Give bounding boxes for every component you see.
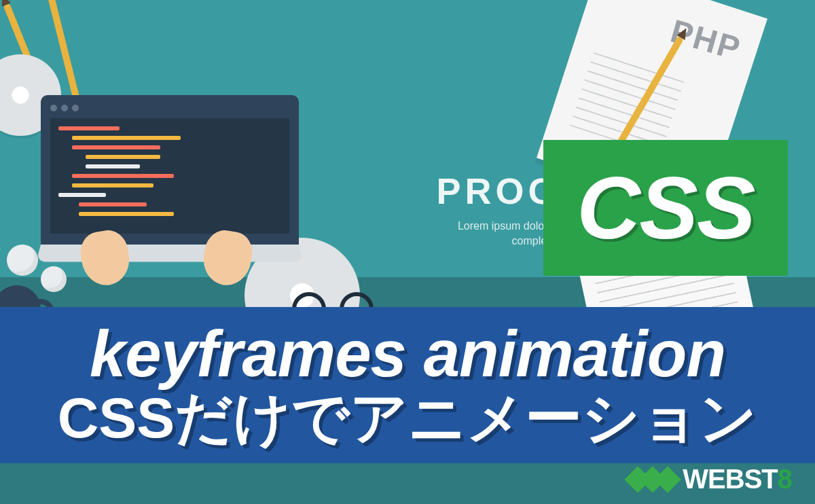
- css-badge: CSS: [543, 140, 788, 276]
- code-editor-illustration: [50, 118, 289, 234]
- logo-text: WEBST8: [683, 464, 792, 494]
- logo-text-number: 8: [778, 464, 792, 494]
- logo-text-main: WEBST: [683, 464, 777, 494]
- hero-scene: PHP: [0, 0, 815, 504]
- css-badge-text: CSS: [577, 157, 754, 259]
- logo-mark-icon: [632, 470, 677, 489]
- brand-logo: WEBST8: [632, 464, 792, 494]
- banner-line-1: keyframes animation: [90, 321, 725, 386]
- laptop-illustration: [41, 95, 299, 272]
- window-traffic-lights-icon: [50, 105, 289, 111]
- title-banner: keyframes animation CSSだけでアニメーション: [0, 307, 815, 463]
- crumpled-paper-icon: [7, 245, 38, 276]
- banner-line-2: CSSだけでアニメーション: [58, 386, 758, 449]
